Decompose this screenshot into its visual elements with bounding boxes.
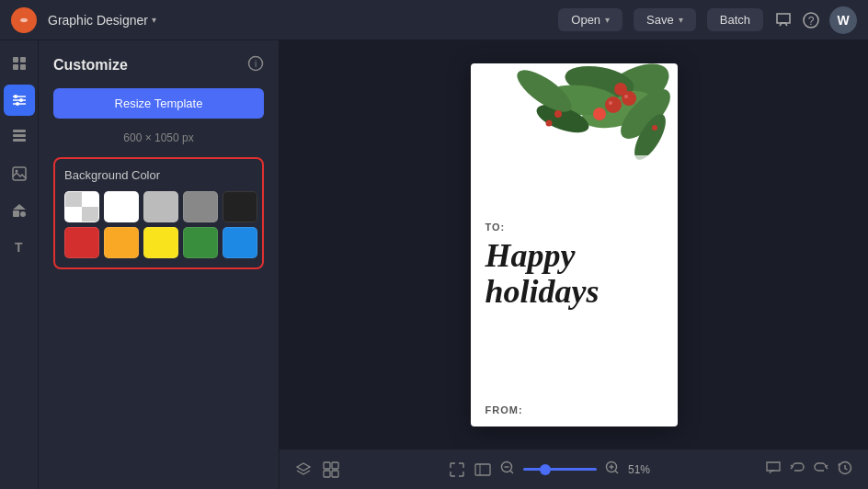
canvas-content[interactable]: TO: Happyholidays FROM: [280,40,868,449]
batch-button[interactable]: Batch [707,8,763,31]
history-button[interactable] [837,460,853,480]
chat-icon-button[interactable] [774,11,793,29]
card-decoration [471,63,678,210]
svg-rect-18 [13,210,19,217]
svg-rect-47 [475,464,490,475]
resize-template-button[interactable]: Resize Template [53,88,264,119]
svg-point-37 [624,95,628,98]
svg-point-12 [16,102,19,106]
sidebar: Customize i Resize Template 600 × 1050 p… [39,40,280,489]
save-button[interactable]: Save ▾ [634,8,696,31]
sidebar-header: Customize i [53,55,264,75]
svg-rect-15 [13,130,26,132]
zoom-slider[interactable] [523,468,597,471]
svg-text:i: i [255,59,257,69]
template-dimensions: 600 × 1050 px [53,131,264,144]
card-happy-holidays: Happyholidays [485,238,663,311]
svg-rect-46 [332,471,338,477]
nav-customize[interactable] [4,85,35,116]
svg-rect-42 [471,155,678,192]
info-button[interactable]: i [247,55,264,75]
open-button[interactable]: Open ▾ [558,8,622,31]
help-icon-button[interactable]: ? [802,11,820,29]
svg-rect-13 [13,134,26,137]
svg-rect-14 [13,139,26,142]
color-swatch-transparent[interactable] [64,191,99,222]
svg-rect-43 [324,462,330,469]
svg-text:T: T [15,240,23,255]
svg-point-36 [609,101,612,105]
bottombar: 51% [280,449,868,489]
topbar: Graphic Designer ▾ Open ▾ Save ▾ Batch ?… [0,0,868,40]
canvas-area: TO: Happyholidays FROM: [280,40,868,489]
fit-page-button[interactable] [474,461,492,479]
app-logo[interactable] [11,7,37,33]
bottom-left-tools [294,461,340,479]
svg-rect-6 [20,64,26,70]
color-swatch-gray[interactable] [183,191,218,222]
color-grid [64,191,253,258]
zoom-value: 51% [628,463,657,476]
svg-rect-4 [20,57,26,63]
svg-point-19 [20,211,26,217]
svg-point-10 [14,95,17,98]
design-card: TO: Happyholidays FROM: [471,63,678,426]
nav-layers[interactable] [4,121,35,153]
svg-marker-20 [13,204,26,210]
svg-text:?: ? [808,15,815,28]
zoom-in-button[interactable] [604,460,621,480]
color-swatch-light-gray[interactable] [143,191,178,222]
grid-icon-button[interactable] [322,461,340,479]
color-swatch-blue[interactable] [223,227,257,258]
app-name-dropdown[interactable]: Graphic Designer ▾ [48,13,156,28]
comment-button[interactable] [765,460,782,480]
color-swatch-yellow[interactable] [143,227,178,258]
card-from-label: FROM: [485,404,663,415]
bottom-right-tools [765,460,853,480]
svg-point-34 [614,83,627,96]
svg-point-32 [605,97,622,113]
svg-point-39 [545,119,552,126]
icon-nav: T [0,40,39,489]
zoom-out-button[interactable] [499,460,516,480]
background-color-section: Background Color [53,157,264,269]
nav-home[interactable] [4,48,35,79]
user-avatar[interactable]: W [829,6,857,34]
sidebar-title: Customize [53,57,128,74]
fullscreen-button[interactable] [448,461,466,479]
color-swatch-green[interactable] [183,227,218,258]
card-to-label: TO: [485,222,663,233]
card-text-content: TO: Happyholidays FROM: [471,210,678,426]
main-layout: T Customize i Resize Template 600 × 1050… [0,40,868,489]
undo-button[interactable] [789,460,805,480]
nav-shapes[interactable] [4,195,35,226]
zoom-slider-thumb [540,464,551,475]
svg-rect-3 [13,57,18,63]
color-swatch-black[interactable] [223,191,257,222]
svg-point-11 [19,98,23,102]
app-name-chevron: ▾ [152,15,156,25]
svg-line-51 [510,471,513,473]
zoom-controls: 51% [448,460,657,480]
nav-images[interactable] [4,158,35,189]
redo-button[interactable] [813,460,829,480]
svg-point-35 [593,108,606,120]
app-name-label: Graphic Designer [48,13,148,28]
bg-color-label: Background Color [64,168,253,182]
color-swatch-orange[interactable] [104,227,139,258]
svg-point-40 [652,125,657,131]
nav-text[interactable]: T [4,232,35,263]
svg-rect-44 [332,462,338,469]
svg-point-38 [554,110,562,118]
svg-rect-5 [13,64,18,70]
layers-icon-button[interactable] [294,461,313,479]
svg-rect-45 [324,471,330,477]
svg-line-55 [615,471,618,473]
topbar-icons: ? W [774,6,857,34]
color-swatch-red[interactable] [64,227,99,258]
color-swatch-white[interactable] [104,191,139,222]
